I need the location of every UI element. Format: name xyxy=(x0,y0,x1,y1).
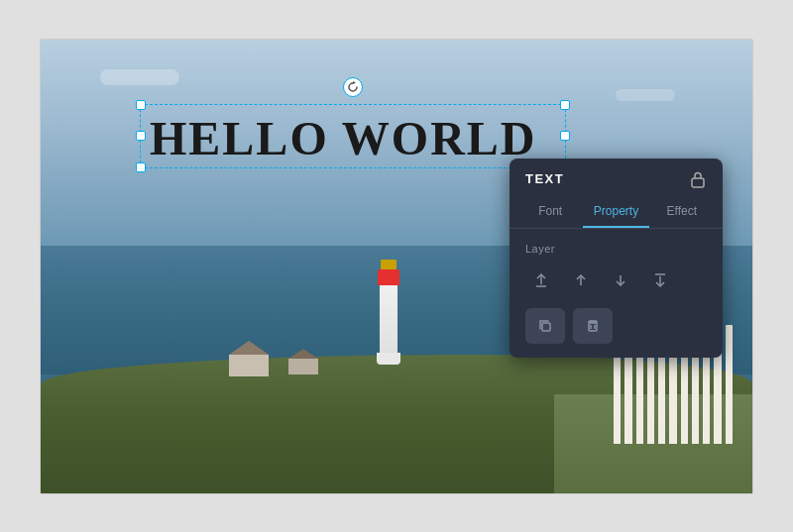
house-right xyxy=(288,349,318,374)
svg-rect-7 xyxy=(542,323,550,331)
duplicate-button[interactable] xyxy=(525,308,565,344)
lock-icon[interactable] xyxy=(689,170,707,188)
properties-panel: TEXT Font Property Effect Layer xyxy=(510,159,723,358)
layer-label: Layer xyxy=(525,243,707,255)
send-to-back-button[interactable] xyxy=(644,265,676,296)
bring-to-front-button[interactable] xyxy=(525,265,557,296)
cloud-2 xyxy=(616,89,675,101)
tab-effect[interactable]: Effect xyxy=(649,196,715,228)
bring-forward-button[interactable] xyxy=(565,265,597,296)
svg-rect-8 xyxy=(589,323,597,331)
tab-property[interactable]: Property xyxy=(583,196,648,228)
panel-tabs: Font Property Effect xyxy=(510,196,723,229)
app-container: HELLO WORLD TEXT xyxy=(0,0,793,532)
action-controls xyxy=(525,308,707,344)
svg-rect-0 xyxy=(692,178,704,187)
house-left xyxy=(229,341,269,376)
delete-button[interactable] xyxy=(573,308,613,344)
canvas[interactable]: HELLO WORLD TEXT xyxy=(40,39,753,494)
cloud-1 xyxy=(100,69,179,85)
panel-title: TEXT xyxy=(525,171,564,186)
tab-font[interactable]: Font xyxy=(517,196,583,228)
lighthouse xyxy=(378,260,399,365)
canvas-text-element[interactable]: HELLO WORLD xyxy=(150,111,537,165)
panel-body: Layer xyxy=(510,229,723,358)
send-backward-button[interactable] xyxy=(605,265,636,296)
panel-header: TEXT xyxy=(510,159,723,196)
layer-controls xyxy=(525,265,707,296)
